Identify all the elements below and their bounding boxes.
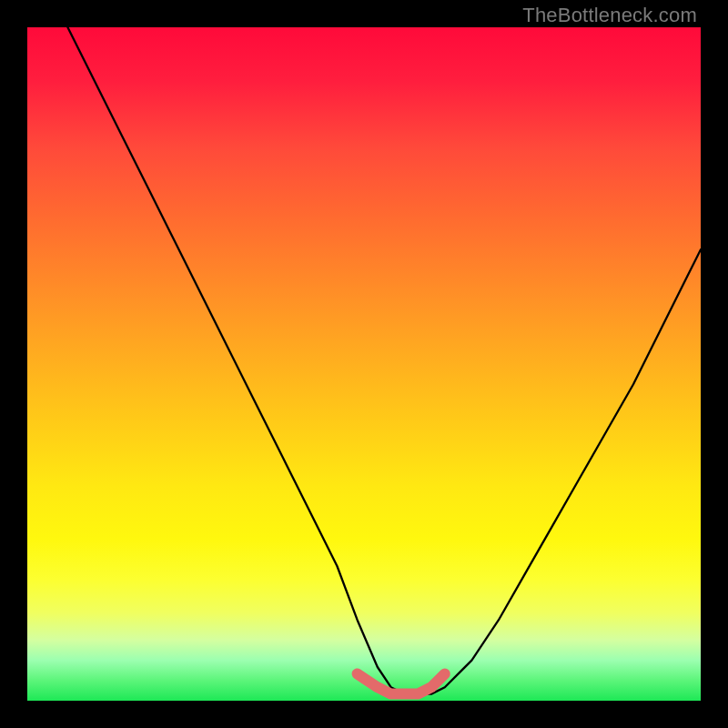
sweet-spot-band — [358, 673, 445, 693]
bottleneck-curve — [67, 27, 701, 694]
chart-frame: TheBottleneck.com — [0, 0, 728, 728]
watermark-text: TheBottleneck.com — [522, 4, 697, 27]
plot-area — [27, 27, 701, 701]
curve-layer — [27, 27, 701, 701]
